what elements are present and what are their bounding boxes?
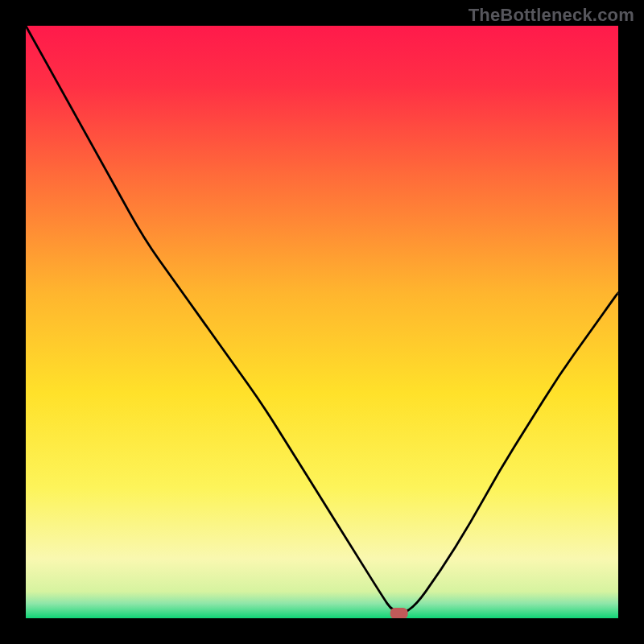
optimal-marker (390, 608, 408, 618)
curve-layer (26, 26, 618, 618)
chart-frame: TheBottleneck.com (0, 0, 644, 644)
watermark-text: TheBottleneck.com (469, 5, 634, 26)
bottleneck-curve (26, 26, 618, 613)
plot-area (26, 26, 618, 618)
